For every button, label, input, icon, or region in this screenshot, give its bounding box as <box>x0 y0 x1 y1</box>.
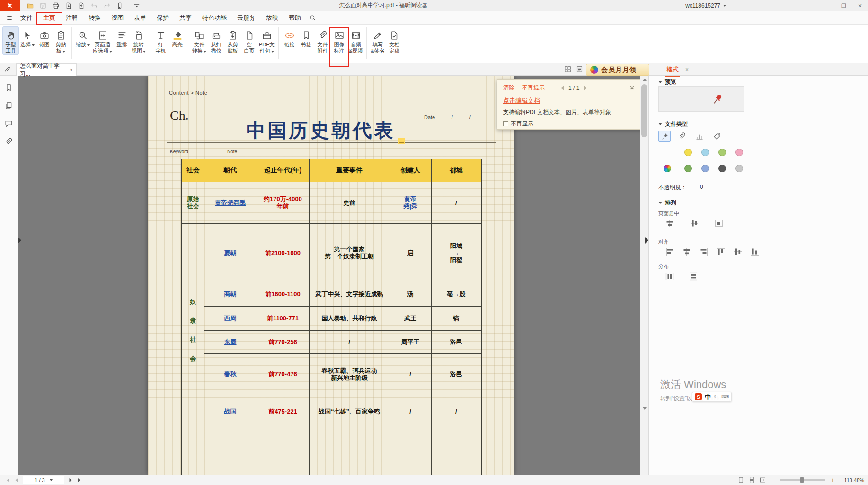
pushpin-icon[interactable] <box>658 131 671 142</box>
menu-item-5[interactable]: 表单 <box>129 11 151 25</box>
scroll-down-icon[interactable] <box>640 405 648 412</box>
tool-av[interactable]: 音频&视频 <box>347 26 364 55</box>
ime-keyboard-icon[interactable]: ⌨ <box>721 394 729 400</box>
bookmarks-panel-icon[interactable] <box>4 83 13 92</box>
account-menu[interactable]: wx118615277 <box>685 2 726 9</box>
zoom-in-button[interactable]: + <box>829 476 836 484</box>
custom-color-wheel[interactable] <box>664 165 671 172</box>
distribute-horizontal-icon[interactable] <box>665 272 674 281</box>
popup-settings-gear-icon[interactable] <box>629 84 636 91</box>
print-icon[interactable] <box>49 1 62 10</box>
open-folder-icon[interactable] <box>24 1 36 10</box>
ime-mode-indicator[interactable]: 中 <box>705 393 711 401</box>
popup-no-more-link[interactable]: 不再提示 <box>522 84 545 92</box>
color-swatch[interactable] <box>684 149 692 156</box>
tool-highlight[interactable]: 高亮 <box>169 26 186 49</box>
preview-section-header[interactable]: 预览 <box>658 78 676 86</box>
tool-typewriter[interactable]: 打字机 <box>152 26 169 55</box>
tool-clipboard[interactable]: 剪贴板 <box>53 26 69 55</box>
tool-camera[interactable]: 截图 <box>36 26 53 49</box>
share-doc-icon[interactable] <box>75 1 88 10</box>
tool-portfolio[interactable]: PDF文件包 <box>257 26 276 55</box>
align-left-icon[interactable] <box>665 247 674 256</box>
menu-item-11[interactable]: 帮助 <box>283 11 306 25</box>
fit-width-icon[interactable] <box>759 476 766 484</box>
align-center-icon[interactable] <box>682 247 691 256</box>
tool-finalize[interactable]: 文档定稿 <box>386 26 403 55</box>
page-number-combo[interactable]: 1 / 3 <box>23 476 64 484</box>
align-top-icon[interactable] <box>716 247 726 256</box>
pages-panel-icon[interactable] <box>4 101 13 110</box>
sticky-note-annotation-icon[interactable] <box>398 138 405 144</box>
customize-caret-icon[interactable] <box>130 1 143 10</box>
attachments-panel-icon[interactable] <box>4 137 13 146</box>
color-swatch[interactable] <box>735 149 743 156</box>
tool-attach[interactable]: 文件附件 <box>314 26 331 55</box>
next-page-icon[interactable] <box>66 476 75 484</box>
maximize-button[interactable]: ❐ <box>836 0 852 11</box>
arrange-section-header[interactable]: 排列 <box>658 199 676 207</box>
document-tab[interactable]: 怎么面对高中学习... × <box>16 63 77 76</box>
left-panel-expand-arrow[interactable] <box>18 237 21 244</box>
menu-item-0[interactable]: 文件 <box>15 11 38 25</box>
document-viewport[interactable]: Content > Note Ch. 中国历史朝代表 Date / / Keyw… <box>18 76 640 475</box>
first-page-icon[interactable] <box>4 476 12 484</box>
tool-zoom[interactable]: 缩放 <box>74 26 91 49</box>
format-panel-close-icon[interactable]: × <box>685 66 689 73</box>
menu-item-7[interactable]: 共享 <box>174 11 197 25</box>
color-swatch[interactable] <box>735 165 743 172</box>
menu-item-4[interactable]: 视图 <box>106 11 129 25</box>
align-middle-icon[interactable] <box>733 247 743 256</box>
center-horizontal-icon[interactable] <box>665 219 674 228</box>
graph-icon[interactable] <box>693 131 706 142</box>
quick-edit-pencil-icon[interactable] <box>4 65 12 73</box>
tool-scanner[interactable]: 从扫描仪 <box>208 26 224 55</box>
paperclip-icon[interactable] <box>676 131 688 142</box>
redo-icon[interactable] <box>100 1 113 10</box>
menu-item-6[interactable]: 保护 <box>151 11 174 25</box>
scroll-up-icon[interactable] <box>640 76 648 83</box>
zoom-slider[interactable] <box>780 479 825 481</box>
menu-item-3[interactable]: 转换 <box>83 11 106 25</box>
tool-hand[interactable]: 手型工具 <box>2 26 19 55</box>
popup-next-icon[interactable] <box>584 86 587 90</box>
scrollbar-thumb[interactable] <box>641 84 647 137</box>
format-tab-label[interactable]: 格式 <box>666 65 679 74</box>
align-right-icon[interactable] <box>699 247 709 256</box>
popup-prev-icon[interactable] <box>561 86 564 90</box>
tool-fromclip[interactable]: 从剪贴板 <box>224 26 241 55</box>
right-panel-collapse-arrow[interactable] <box>645 237 648 244</box>
color-swatch[interactable] <box>718 165 726 172</box>
color-swatch[interactable] <box>701 149 709 156</box>
menu-item-2[interactable]: 注释 <box>61 11 83 25</box>
popup-edit-link[interactable]: 点击编辑文档 <box>503 97 640 105</box>
color-swatch[interactable] <box>718 149 726 156</box>
tool-cursor[interactable]: 选择 <box>19 26 36 49</box>
menu-item-8[interactable]: 特色功能 <box>197 11 232 25</box>
zoom-slider-thumb[interactable] <box>800 477 804 483</box>
tool-blankpage[interactable]: 空白页 <box>241 26 257 55</box>
page-view-icon[interactable] <box>576 65 584 73</box>
tool-bookmark[interactable]: 书签 <box>298 26 314 49</box>
save-icon[interactable] <box>36 1 49 10</box>
comments-panel-icon[interactable] <box>4 119 13 128</box>
tool-link[interactable]: 链接 <box>281 26 298 49</box>
menu-item-10[interactable]: 放映 <box>261 11 283 25</box>
zoom-out-button[interactable]: − <box>770 476 777 484</box>
tool-fillsign[interactable]: 填写&签名 <box>369 26 386 55</box>
ime-moon-icon[interactable]: ☾ <box>714 394 718 400</box>
search-icon[interactable] <box>306 11 319 25</box>
input-method-bar[interactable]: S 中 ☾ ⌨ <box>692 392 732 402</box>
tab-close-icon[interactable]: × <box>70 67 73 73</box>
tool-fitpage[interactable]: 页面适应选项 <box>91 26 114 55</box>
distribute-vertical-icon[interactable] <box>689 272 698 281</box>
menu-item-9[interactable]: 云服务 <box>232 11 261 25</box>
tool-convert[interactable]: 文件转换 <box>191 26 208 55</box>
dont-show-checkbox[interactable] <box>503 121 508 126</box>
vip-membership-button[interactable]: 会员月月领 <box>586 64 649 76</box>
continuous-view-icon[interactable] <box>748 476 755 484</box>
export-doc-icon[interactable] <box>62 1 75 10</box>
color-swatch[interactable] <box>701 165 709 172</box>
thumbnail-view-icon[interactable] <box>564 65 572 73</box>
single-page-view-icon[interactable] <box>737 476 744 484</box>
